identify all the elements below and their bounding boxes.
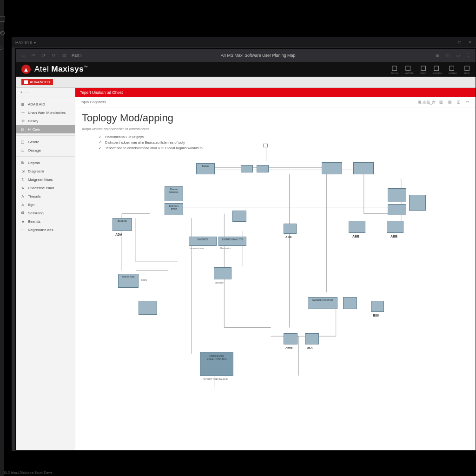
- service-icon[interactable]: ◻: [433, 64, 440, 71]
- node[interactable]: Dranters Bwer: [165, 203, 183, 215]
- nav-icon: A: [20, 202, 25, 207]
- node[interactable]: [214, 267, 231, 279]
- node[interactable]: [241, 165, 253, 172]
- strip-icon[interactable]: ○: [0, 44, 5, 50]
- content-tab[interactable]: Topia Cogoners: [75, 97, 476, 107]
- chevron-down-icon: ▾: [20, 90, 22, 94]
- tool-icon[interactable]: ◫: [445, 53, 450, 58]
- maximize-icon[interactable]: ▢: [457, 40, 462, 45]
- node[interactable]: Babas: [196, 163, 215, 174]
- toolbar-icon[interactable]: ▤: [448, 100, 453, 105]
- update-icon[interactable]: ◻: [449, 64, 455, 71]
- node[interactable]: DIBRES BAKOTS: [218, 237, 246, 246]
- sidebar-item[interactable]: ▭Oesage: [16, 146, 75, 154]
- chip-icon: [24, 80, 28, 84]
- nav-label: Gearte: [28, 140, 39, 144]
- node-label: BSA: [307, 346, 313, 349]
- node[interactable]: Coolasent memon: [308, 297, 337, 309]
- toolbar-icon[interactable]: ▭: [466, 100, 471, 105]
- chat-icon[interactable]: ◔: [41, 53, 46, 58]
- menu-icon[interactable]: ≡: [468, 40, 472, 45]
- toolbar-icon[interactable]: ▥: [439, 100, 444, 105]
- nav-icon: ★: [20, 219, 25, 224]
- sidebar-item[interactable]: ▤Hi Caer: [16, 125, 75, 133]
- nav-icon: ⚙: [20, 119, 25, 123]
- tool-icon[interactable]: ▣: [435, 53, 440, 58]
- sidebar-item[interactable]: 🛠Sessrang: [16, 209, 75, 217]
- sub-header: ADVANCED: [16, 77, 476, 88]
- minimize-icon[interactable]: —: [447, 40, 452, 45]
- node[interactable]: [387, 221, 403, 233]
- nav-icon: ▦: [20, 102, 25, 106]
- node[interactable]: BASRES: [189, 237, 217, 246]
- sidebar-crumb[interactable]: ▾ —: [16, 88, 75, 97]
- node-caption: DESRES SERNNA ENF: [203, 378, 228, 381]
- node[interactable]: [371, 301, 384, 312]
- home-icon[interactable]: ◻: [391, 64, 398, 71]
- nav-icon: A: [20, 185, 25, 190]
- tab-title[interactable]: Part I: [72, 53, 82, 58]
- nav-label: Deptan: [28, 161, 40, 165]
- nav-label: Disgreern: [28, 169, 44, 173]
- node[interactable]: [388, 204, 406, 215]
- doc-icon[interactable]: ▤: [61, 53, 67, 58]
- nav-label: Bgn: [28, 203, 34, 207]
- nav-label: Pasay: [28, 119, 38, 123]
- strip-icon[interactable]: ⟲: [0, 29, 5, 35]
- node-label: ABB: [390, 235, 397, 238]
- tool-icon[interactable]: ▭: [455, 53, 461, 58]
- tool-icon[interactable]: ⋮: [465, 53, 471, 58]
- sidebar-item[interactable]: ⇲Disgreern: [16, 167, 75, 175]
- scan-icon[interactable]: ◻: [420, 64, 427, 71]
- advanced-chip[interactable]: ADVANCED: [21, 79, 53, 85]
- refresh-icon[interactable]: ⟳: [51, 53, 57, 58]
- nav-icon: ⇲: [20, 169, 25, 173]
- node-caption: laronasstume: [190, 247, 204, 250]
- sidebar-item[interactable]: ⋯Negredane aes: [16, 225, 75, 234]
- sidebar-item[interactable]: ▦ADAS AID: [16, 100, 75, 108]
- node[interactable]: Alarss kout: [118, 274, 139, 288]
- nav-icon: 〰: [20, 110, 25, 115]
- sidebar-item[interactable]: ABgn: [16, 200, 75, 209]
- nav-label: ADAS AID: [28, 102, 45, 106]
- sidebar-item[interactable]: ⚙Pasay: [16, 117, 75, 125]
- node-main[interactable]: DEBSRANG DESERRINA MIA: [200, 352, 233, 376]
- feature-item: ✓Peatidneaba Lue urigeys: [99, 135, 469, 139]
- nav-icon: ⋯: [20, 227, 25, 232]
- sidebar-item[interactable]: ▢Gearte: [16, 138, 75, 146]
- node[interactable]: [284, 333, 298, 344]
- node[interactable]: [322, 162, 342, 174]
- node[interactable]: [284, 224, 297, 234]
- node[interactable]: [139, 301, 157, 315]
- shop-icon[interactable]: ◻: [463, 64, 470, 71]
- node[interactable]: [257, 165, 269, 172]
- status-bar: ELD latest Dhistonre Eeord Dawa: [4, 471, 53, 474]
- sidebar-item[interactable]: ↻Matgreat Maes: [16, 175, 75, 184]
- nav-label: Hi Caer: [28, 127, 40, 132]
- page-title-bar: An MS Maxi Software User Planing Map: [86, 53, 430, 58]
- topology-canvas[interactable]: Babas Brener Maintes Dranters Bwer Basen…: [75, 144, 476, 450]
- sidebar-item[interactable]: ★Beantts: [16, 217, 75, 225]
- vehicle-icon[interactable]: ◻: [405, 64, 411, 71]
- sidebar-item[interactable]: AConeense eaan: [16, 184, 75, 192]
- nav-icon: A: [20, 194, 25, 198]
- node[interactable]: [349, 221, 365, 233]
- node[interactable]: Brener Maintes: [165, 186, 183, 201]
- strip-icon[interactable]: ▢: [0, 14, 5, 20]
- node[interactable]: [353, 162, 374, 174]
- nav-icon: ▢: [20, 139, 25, 144]
- sidebar-item[interactable]: 〰Unan Wan Mondanites: [16, 108, 75, 117]
- node[interactable]: Basente: [112, 218, 132, 231]
- node[interactable]: [343, 297, 357, 309]
- back-icon[interactable]: ▭: [20, 53, 26, 58]
- node[interactable]: [232, 211, 246, 222]
- sidebar-item[interactable]: ATiresuls: [16, 192, 75, 200]
- node[interactable]: [305, 333, 319, 344]
- node[interactable]: [409, 195, 426, 211]
- nav-icon: ▭: [20, 148, 25, 152]
- nav-label: Oesage: [28, 148, 41, 152]
- toolbar-icon[interactable]: ◫: [457, 100, 462, 105]
- mail-icon[interactable]: ✉: [31, 53, 36, 58]
- sidebar-item[interactable]: 🗎Deptan: [16, 159, 75, 167]
- node[interactable]: [388, 188, 406, 202]
